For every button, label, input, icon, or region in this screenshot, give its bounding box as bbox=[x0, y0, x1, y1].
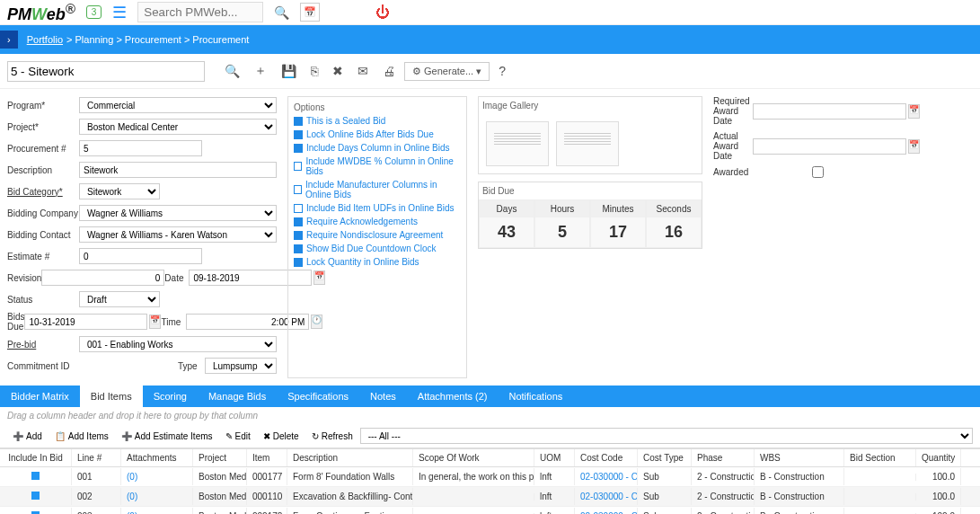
tab-specifications[interactable]: Specifications bbox=[277, 386, 359, 407]
record-selector[interactable] bbox=[7, 61, 205, 82]
option-row[interactable]: Show Bid Due Countdown Clock bbox=[294, 244, 461, 253]
menu-icon[interactable]: ☰ bbox=[112, 3, 127, 22]
status-select[interactable]: Draft bbox=[79, 291, 160, 307]
countdown-panel: Bid Due Days43 Hours5 Minutes17 Seconds1… bbox=[478, 182, 702, 249]
grid-addestimate-button[interactable]: ➕Add Estimate Items bbox=[116, 429, 218, 444]
costcode-link[interactable]: 02-030000 - Concrete bbox=[575, 488, 638, 505]
include-checkbox[interactable] bbox=[31, 492, 40, 500]
actual-award-date-input[interactable] bbox=[753, 138, 906, 155]
grid-delete-button[interactable]: ✖Delete bbox=[258, 429, 305, 444]
option-row[interactable]: Include Manufacturer Columns in Online B… bbox=[294, 180, 461, 199]
bidsdue-input[interactable] bbox=[24, 314, 147, 330]
logo: PMWeb® bbox=[7, 1, 75, 24]
tab-manage-bids[interactable]: Manage Bids bbox=[198, 386, 277, 407]
breadcrumb: › Portfolio > Planning > Procurement > P… bbox=[0, 25, 980, 54]
tab-scoring[interactable]: Scoring bbox=[143, 386, 198, 407]
checkbox-icon[interactable] bbox=[294, 130, 303, 139]
table-row[interactable]: 002(0)Boston Medica000110Excavation & Ba… bbox=[0, 487, 980, 507]
print-icon[interactable]: 🖨 bbox=[377, 60, 401, 82]
email-icon[interactable]: ✉ bbox=[352, 60, 374, 82]
save-icon[interactable]: 💾 bbox=[276, 60, 302, 82]
estimate-input[interactable] bbox=[79, 248, 202, 264]
option-row[interactable]: Include MWDBE % Column in Online Bids bbox=[294, 156, 461, 176]
power-icon[interactable]: ⏻ bbox=[375, 4, 390, 21]
checkbox-icon[interactable] bbox=[294, 185, 302, 194]
option-row[interactable]: Require Acknowledgements bbox=[294, 217, 461, 226]
bidcategory-select[interactable]: Sitework bbox=[79, 183, 160, 199]
checkbox-icon[interactable] bbox=[294, 231, 303, 240]
attachments-link[interactable]: (0) bbox=[121, 468, 193, 485]
checkbox-icon[interactable] bbox=[294, 258, 303, 267]
search-icon[interactable]: 🔍 bbox=[274, 5, 289, 20]
grid-refresh-button[interactable]: ↻Refresh bbox=[306, 429, 358, 444]
costcode-link[interactable]: 02-030000 - Concr bbox=[575, 508, 638, 514]
calendar-icon[interactable]: 📅 bbox=[300, 3, 320, 22]
prebid-select[interactable]: 001 - Enabling Works bbox=[79, 336, 277, 352]
checkbox-icon[interactable] bbox=[294, 117, 303, 126]
bidcontact-select[interactable]: Wagner & Williams - Karen Watson bbox=[79, 226, 277, 243]
type-select[interactable]: Lumpsump bbox=[205, 358, 277, 374]
required-award-date-input[interactable] bbox=[753, 103, 906, 120]
grid-header: Include In BidLine #AttachmentsProjectIt… bbox=[0, 448, 980, 467]
bc-portfolio[interactable]: Portfolio bbox=[27, 34, 63, 45]
attachments-link[interactable]: (0) bbox=[121, 508, 193, 514]
option-row[interactable]: This is a Sealed Bid bbox=[294, 116, 461, 126]
option-row[interactable]: Include Days Column in Online Bids bbox=[294, 143, 461, 153]
gallery-thumb[interactable] bbox=[486, 121, 549, 166]
image-gallery: Image Gallery bbox=[478, 96, 702, 174]
search-input[interactable] bbox=[137, 2, 263, 22]
tab-notes[interactable]: Notes bbox=[359, 386, 407, 407]
grid-additems-button[interactable]: 📋Add Items bbox=[49, 429, 114, 444]
add-icon[interactable]: ＋ bbox=[249, 59, 272, 83]
procurement-no-input[interactable] bbox=[79, 140, 202, 156]
checkbox-icon[interactable] bbox=[294, 162, 302, 171]
option-row[interactable]: Lock Quantity in Online Bids bbox=[294, 257, 461, 267]
checkbox-icon[interactable] bbox=[294, 204, 303, 213]
delete-icon[interactable]: ✖ bbox=[327, 60, 349, 82]
tab-attachments-[interactable]: Attachments (2) bbox=[407, 386, 499, 407]
gallery-thumb[interactable] bbox=[556, 121, 619, 166]
options-panel: Options This is a Sealed BidLock Online … bbox=[287, 96, 467, 378]
description-input[interactable] bbox=[79, 162, 277, 178]
table-row[interactable]: 003(0)Boston Medica000172Form Continuous… bbox=[0, 507, 980, 514]
tab-bidder-matrix[interactable]: Bidder Matrix bbox=[0, 386, 80, 407]
help-icon[interactable]: ? bbox=[493, 60, 511, 82]
attachments-link[interactable]: (0) bbox=[121, 488, 193, 505]
option-row[interactable]: Lock Online Bids After Bids Due bbox=[294, 129, 461, 139]
table-row[interactable]: 001(0)Boston Medica000177Form 8' Foundat… bbox=[0, 467, 980, 487]
group-hint: Drag a column header and drop it here to… bbox=[0, 407, 980, 424]
act-cal-icon[interactable]: 📅 bbox=[908, 139, 920, 154]
revision-input[interactable] bbox=[41, 270, 164, 286]
grid-edit-button[interactable]: ✎Edit bbox=[220, 429, 256, 444]
project-select[interactable]: Boston Medical Center bbox=[79, 119, 277, 135]
grid-add-button[interactable]: ➕Add bbox=[7, 429, 48, 444]
include-checkbox[interactable] bbox=[31, 472, 40, 480]
checkbox-icon[interactable] bbox=[294, 217, 303, 226]
saveexit-icon[interactable]: ⎘ bbox=[305, 60, 323, 82]
awarded-checkbox[interactable] bbox=[812, 166, 824, 178]
tab-notifications[interactable]: Notifications bbox=[498, 386, 573, 407]
req-cal-icon[interactable]: 📅 bbox=[908, 104, 920, 119]
bidcompany-select[interactable]: Wagner & Williams bbox=[79, 205, 277, 221]
bidsdue-cal-icon[interactable]: 📅 bbox=[149, 315, 161, 329]
option-row[interactable]: Require Nondisclosure Agreement bbox=[294, 230, 461, 240]
checkbox-icon[interactable] bbox=[294, 144, 303, 153]
option-row[interactable]: Include Bid Item UDFs in Online Bids bbox=[294, 203, 461, 213]
tab-bid-items[interactable]: Bid Items bbox=[80, 386, 143, 407]
program-select[interactable]: Commercial bbox=[79, 97, 277, 113]
grid-filter-select[interactable]: --- All --- bbox=[360, 428, 973, 444]
find-icon[interactable]: 🔍 bbox=[219, 60, 245, 82]
costcode-link[interactable]: 02-030000 - Concr bbox=[575, 468, 638, 485]
shield-badge[interactable]: 3 bbox=[86, 5, 102, 19]
bc-arrow-icon[interactable]: › bbox=[0, 31, 18, 49]
generate-button[interactable]: ⚙ Generate... ▾ bbox=[404, 62, 490, 81]
checkbox-icon[interactable] bbox=[294, 244, 303, 253]
